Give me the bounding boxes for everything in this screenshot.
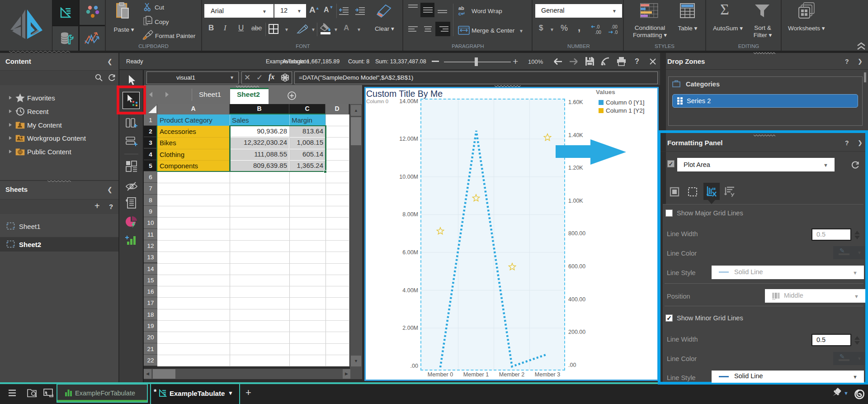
svg-text:.00: .00 bbox=[611, 24, 618, 29]
svg-text:.0: .0 bbox=[596, 24, 600, 29]
svg-text:.00: .00 bbox=[595, 30, 601, 35]
svg-text:.0: .0 bbox=[614, 30, 618, 35]
